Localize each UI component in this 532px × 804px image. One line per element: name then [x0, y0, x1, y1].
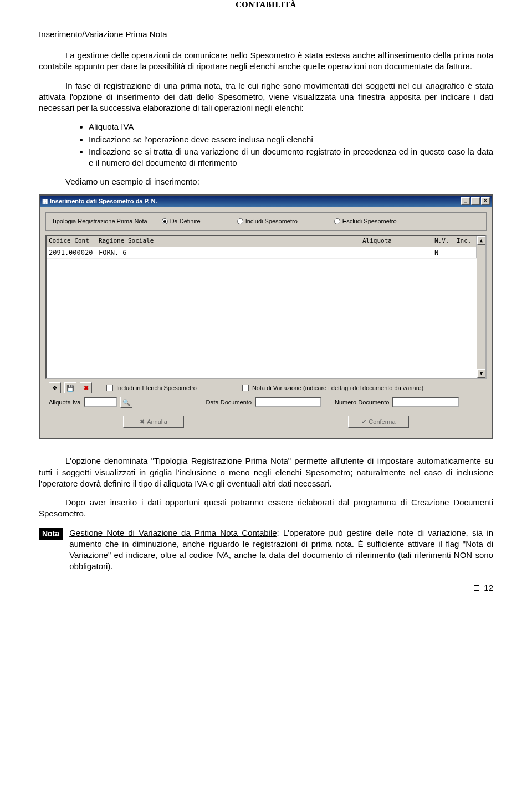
square-bullet-icon	[474, 585, 479, 591]
nota-badge: Nota	[39, 528, 63, 540]
colon: :	[277, 528, 279, 537]
spesometro-dialog: ▦ Inserimento dati Spesometro da P. N. _…	[39, 194, 493, 439]
col-header-codice[interactable]: Codice Cont	[47, 236, 96, 247]
checkbox-label: Nota di Variazione (indicare i dettagli …	[252, 384, 423, 392]
radio-icon	[334, 218, 340, 224]
list-item: Indicazione se si tratta di una variazio…	[89, 146, 493, 169]
minimize-button[interactable]: _	[461, 197, 470, 205]
col-header-nv[interactable]: N.V.	[432, 236, 454, 247]
checkbox-includi-elenchi[interactable]	[106, 385, 113, 391]
paragraph: Dopo aver inserito i dati opportuni ques…	[39, 497, 493, 520]
annulla-button[interactable]: ✖Annulla	[123, 416, 184, 428]
paragraph: La gestione delle operazioni da comunica…	[39, 50, 493, 73]
grid-tool-button[interactable]: ❖	[49, 382, 61, 393]
nota-title: Gestione Note di Variazione da Prima Not…	[69, 528, 277, 537]
aliquota-label: Aliquota Iva	[49, 398, 80, 407]
radio-label: Escludi Spesometro	[342, 217, 397, 226]
col-header-ragione[interactable]: Ragione Sociale	[96, 236, 360, 247]
radio-group-label: Tipologia Registrazione Prima Nota	[52, 217, 147, 226]
lookup-button[interactable]: 🔍	[120, 397, 132, 408]
conferma-button[interactable]: ✔Conferma	[348, 416, 409, 428]
cell-nv: N	[432, 247, 454, 258]
checkbox-nota-variazione[interactable]	[242, 385, 249, 391]
paragraph: L'opzione denominata "Tipologia Registra…	[39, 455, 493, 489]
radio-icon	[237, 218, 243, 224]
radio-escludi[interactable]: Escludi Spesometro	[334, 217, 397, 226]
section-title: Inserimento/Variazione Prima Nota	[39, 29, 493, 40]
numero-documento-label: Numero Documento	[335, 398, 389, 407]
list-item: Aliquota IVA	[89, 121, 493, 132]
button-label: Conferma	[369, 418, 395, 426]
radio-label: Da Definire	[170, 217, 201, 226]
maximize-button[interactable]: □	[471, 197, 480, 205]
col-header-inc[interactable]: Inc.	[454, 236, 477, 247]
data-grid[interactable]: Codice Cont Ragione Sociale Aliquota N.V…	[45, 235, 487, 379]
list-item: Indicazione se l'operazione deve essere …	[89, 134, 493, 145]
app-icon: ▦	[42, 197, 48, 206]
dialog-title: Inserimento dati Spesometro da P. N.	[50, 197, 157, 206]
paragraph: Vediamo un esempio di inserimento:	[39, 176, 493, 187]
numero-documento-input[interactable]	[392, 397, 459, 407]
save-button[interactable]: 💾	[64, 382, 76, 393]
cancel-icon: ✖	[140, 418, 145, 426]
paragraph: In fase di registrazione di una prima no…	[39, 80, 493, 114]
page-number: 12	[484, 582, 493, 593]
cell-aliquota	[360, 247, 432, 258]
table-row[interactable]: 2091.000020 FORN. 6 N	[47, 247, 477, 259]
cell-codice: 2091.000020	[47, 247, 96, 258]
delete-button[interactable]: ✖	[80, 382, 92, 393]
scroll-up-icon[interactable]: ▲	[477, 236, 485, 245]
scroll-down-icon[interactable]: ▼	[477, 369, 485, 378]
radio-icon	[162, 218, 168, 224]
radio-includi[interactable]: Includi Spesometro	[237, 217, 298, 226]
radio-label: Includi Spesometro	[245, 217, 298, 226]
page-header: CONTABILITÀ	[39, 0, 493, 12]
close-button[interactable]: ×	[481, 197, 490, 205]
aliquota-input[interactable]	[84, 397, 117, 407]
data-documento-input[interactable]	[255, 397, 321, 407]
data-documento-label: Data Documento	[206, 398, 252, 407]
checkbox-label: Includi in Elenchi Spesometro	[116, 384, 197, 392]
radio-da-definire[interactable]: Da Definire	[162, 217, 201, 226]
cell-inc	[454, 247, 477, 258]
col-header-aliquota[interactable]: Aliquota	[360, 236, 432, 247]
check-icon: ✔	[361, 418, 366, 426]
tipologia-fieldset: Tipologia Registrazione Prima Nota Da De…	[45, 212, 487, 231]
vertical-scrollbar[interactable]: ▲ ▼	[477, 236, 485, 378]
dialog-titlebar[interactable]: ▦ Inserimento dati Spesometro da P. N. _…	[40, 196, 492, 207]
cell-ragione: FORN. 6	[96, 247, 360, 258]
bullet-list: Aliquota IVA Indicazione se l'operazione…	[39, 121, 493, 168]
button-label: Annulla	[147, 418, 167, 426]
